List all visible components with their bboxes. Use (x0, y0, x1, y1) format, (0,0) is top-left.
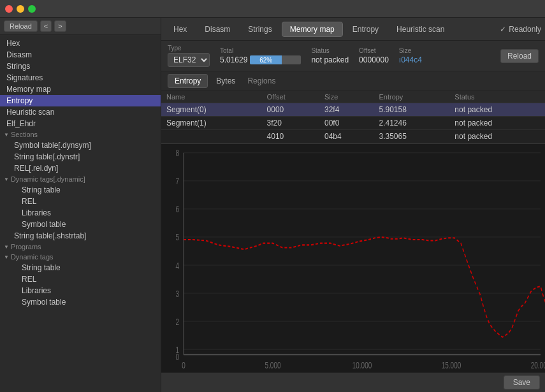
col-header-size: Size (319, 91, 374, 103)
size-value: ı044c4 (399, 55, 422, 64)
sidebar-item-string-table-dynstr[interactable]: String table[.dynstr] (0, 151, 161, 163)
col-header-status: Status (449, 91, 545, 103)
sidebar-toolbar: Reload < > (0, 18, 161, 35)
sub-tab-bar: Entropy Bytes Regions (161, 71, 545, 91)
cell-offset-1: 3f20 (262, 117, 319, 130)
sidebar-item-string-table-1[interactable]: String table (0, 184, 161, 196)
triangle-icon-4: ▼ (4, 254, 9, 260)
sidebar-item-libraries-2[interactable]: Libraries (0, 285, 161, 296)
checkmark-icon: ✓ (500, 25, 506, 34)
data-table: Name Offset Size Entropy Status Segment(… (161, 91, 545, 143)
minimize-button[interactable] (17, 5, 24, 13)
close-button[interactable] (5, 5, 13, 13)
info-bar: Type ELF32 Total 5.01629 62% Status (161, 41, 545, 71)
svg-text:4: 4 (175, 261, 179, 271)
progress-container: 5.01629 62% (220, 55, 301, 64)
sidebar-item-disasm[interactable]: Disasm (0, 49, 161, 61)
sidebar-item-memory-map[interactable]: Memory map (0, 83, 161, 95)
traffic-lights (5, 5, 36, 13)
svg-text:20.000: 20.000 (531, 361, 545, 371)
type-group: Type ELF32 (168, 45, 210, 67)
status-value: not packed (311, 55, 349, 64)
svg-text:0: 0 (175, 352, 179, 362)
col-header-entropy: Entropy (374, 91, 449, 103)
svg-text:2: 2 (175, 317, 179, 327)
table-row[interactable]: 4010 04b4 3.35065 not packed (161, 130, 545, 143)
svg-text:0: 0 (182, 361, 185, 371)
col-header-name: Name (161, 91, 262, 103)
total-label: Total (220, 47, 301, 54)
sidebar-section-programs[interactable]: ▼ Programs (0, 242, 161, 252)
chart-area: 8 7 6 5 4 3 2 1 0 0 5.000 10.000 15.000 … (161, 144, 545, 372)
tab-hex[interactable]: Hex (165, 22, 195, 37)
sub-tab-bytes[interactable]: Bytes (209, 74, 242, 88)
sidebar-item-entropy[interactable]: Entropy (0, 95, 161, 106)
entropy-chart: 8 7 6 5 4 3 2 1 0 0 5.000 10.000 15.000 … (161, 144, 545, 372)
save-button[interactable]: Save (504, 375, 540, 389)
triangle-icon: ▼ (4, 132, 9, 138)
svg-text:5.000: 5.000 (265, 361, 281, 371)
total-value: 5.01629 (220, 55, 247, 64)
svg-text:15.000: 15.000 (442, 361, 461, 371)
sub-tab-entropy[interactable]: Entropy (168, 74, 208, 88)
table-container: Name Offset Size Entropy Status Segment(… (161, 91, 545, 144)
cell-name-1: Segment(1) (161, 117, 262, 130)
sidebar-item-string-table-shstrtab[interactable]: String table[.shstrtab] (0, 230, 161, 242)
sidebar-item-rel-2[interactable]: REL (0, 273, 161, 285)
tab-disasm[interactable]: Disasm (196, 22, 238, 37)
cell-name-2 (161, 130, 262, 143)
offset-value: 0000000 (359, 55, 389, 64)
maximize-button[interactable] (28, 5, 36, 13)
cell-entropy-2: 3.35065 (374, 130, 449, 143)
readonly-checkbox-container[interactable]: ✓ Readonly (500, 25, 541, 34)
type-label: Type (168, 45, 210, 52)
cell-status-1: not packed (449, 117, 545, 130)
offset-group: Offset 0000000 (359, 47, 389, 64)
sidebar-item-string-table-2[interactable]: String table (0, 262, 161, 273)
tab-heuristic-scan[interactable]: Heuristic scan (388, 22, 453, 37)
total-group: Total 5.01629 62% (220, 47, 301, 64)
readonly-label: Readonly (509, 25, 541, 34)
table-row[interactable]: Segment(1) 3f20 00f0 2.41246 not packed (161, 117, 545, 130)
cell-entropy-1: 2.41246 (374, 117, 449, 130)
reload-right-button[interactable]: Reload (500, 49, 539, 63)
table-row[interactable]: Segment(0) 0000 32f4 5.90158 not packed (161, 103, 545, 117)
sidebar-item-hex[interactable]: Hex (0, 38, 161, 49)
sidebar-forward-button[interactable]: > (54, 20, 66, 32)
svg-text:10.000: 10.000 (352, 361, 372, 371)
sidebar-item-symbol-table-1[interactable]: Symbol table (0, 219, 161, 230)
svg-text:3: 3 (175, 289, 179, 299)
sidebar-back-button[interactable]: < (40, 20, 52, 32)
sidebar-reload-button[interactable]: Reload (4, 20, 38, 32)
tab-bar: Hex Disasm Strings Memory map Entropy He… (161, 18, 545, 41)
sidebar-item-signatures[interactable]: Signatures (0, 72, 161, 83)
sidebar-item-symbol-table-dynsym[interactable]: Symbol table[.dynsym] (0, 140, 161, 151)
sidebar-item-rel-1[interactable]: REL (0, 196, 161, 207)
sidebar-section-sections[interactable]: ▼ Sections (0, 129, 161, 140)
triangle-icon-2: ▼ (4, 177, 9, 182)
sidebar-item-strings[interactable]: Strings (0, 61, 161, 72)
cell-size-0: 32f4 (319, 103, 374, 117)
cell-status-0: not packed (449, 103, 545, 117)
cell-status-2: not packed (449, 130, 545, 143)
svg-text:5: 5 (175, 233, 179, 243)
type-select[interactable]: ELF32 (168, 53, 210, 67)
sidebar-section-dynamic-tags-2[interactable]: ▼ Dynamic tags (0, 252, 161, 262)
size-group: Size ı044c4 (399, 47, 422, 64)
triangle-icon-3: ▼ (4, 244, 9, 250)
tab-entropy[interactable]: Entropy (344, 22, 387, 37)
sidebar-item-rel-reldyn[interactable]: REL[.rel.dyn] (0, 163, 161, 174)
status-group: Status not packed (311, 47, 349, 64)
sidebar-item-libraries-1[interactable]: Libraries (0, 207, 161, 219)
main-container: Reload < > Hex Disasm Strings Signatures (0, 18, 545, 392)
svg-rect-0 (161, 144, 545, 372)
save-bar: Save (161, 372, 545, 392)
sidebar-item-heuristic-scan[interactable]: Heuristic scan (0, 106, 161, 118)
progress-bar-fill: 62% (250, 55, 282, 64)
tab-memory-map[interactable]: Memory map (282, 22, 343, 37)
col-header-offset: Offset (262, 91, 319, 103)
sidebar-section-dynamic-tags[interactable]: ▼ Dynamic tags[.dynamic] (0, 174, 161, 184)
tab-strings[interactable]: Strings (240, 22, 280, 37)
sidebar-item-elf-ehdr[interactable]: Elf_Ehdr (0, 118, 161, 129)
sidebar-item-symbol-table-2[interactable]: Symbol table (0, 296, 161, 308)
